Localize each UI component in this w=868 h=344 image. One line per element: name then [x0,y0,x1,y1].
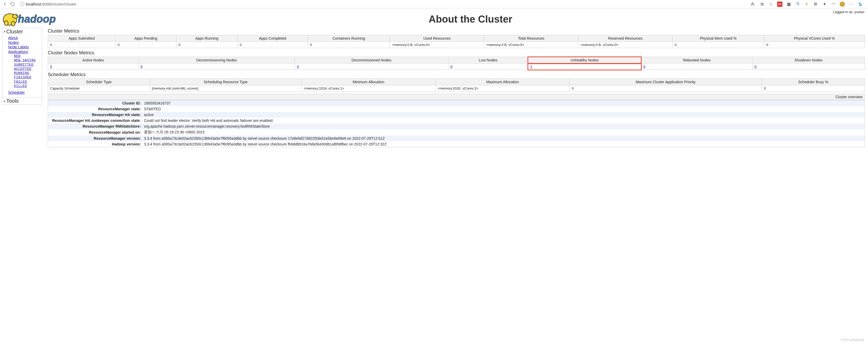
url-port: :8088 [41,2,51,6]
overview-value: active [143,112,865,118]
node-metrics-header: Decommissioning Nodes [138,57,294,64]
node-metrics-link[interactable]: 0 [141,65,143,68]
back-icon[interactable] [3,2,7,6]
collections-icon[interactable]: ✦ [822,2,827,7]
scheduler-metrics-cell: [memory-mb (unit=Mi), vcores] [150,85,302,92]
bing-icon[interactable]: ᕊ [858,2,863,7]
overview-value: 3.3.4 from a585a73c3e02ac62350c136643a5e… [143,135,865,141]
cookie-ext-icon[interactable] [840,2,845,7]
overview-row: Hadoop version:3.3.4 from a585a73c3e02ac… [48,141,865,147]
cluster-metrics-cell: 0 [48,42,116,48]
sidebar-cluster-label: Cluster [6,29,23,35]
cluster-metrics-header: Apps Pending [116,35,176,42]
node-metrics-link[interactable]: 0 [50,65,52,68]
node-metrics-link[interactable]: 0 [297,65,299,68]
cluster-metrics-cell: 0 [237,42,308,48]
scheduler-metrics-cell: <memory:1024, vCores:1> [302,85,435,92]
url-hostname: localhost [26,2,41,6]
node-metrics-header: Active Nodes [48,57,138,64]
cluster-metrics-header: Used Resources [390,35,484,42]
tree-ext-icon[interactable]: ⚘ [804,2,809,7]
qr-ext-icon[interactable]: ▦ [786,2,791,7]
sidebar-tools-header[interactable]: ▸Tools [2,97,42,104]
sidebar-state-accepted[interactable]: ACCEPTED [14,67,40,71]
scheduler-metrics-table: Scheduler TypeScheduling Resource TypeMi… [48,79,865,92]
svg-point-1 [4,21,8,26]
overview-row: ResourceManager HA zookeeper connection … [48,118,865,123]
sidebar-state-submitted[interactable]: SUBMITTED [14,63,40,67]
browser-toolbar: i localhost:8088/cluster/cluster A» ⧉ ☆ … [0,0,868,8]
sidebar-link-scheduler[interactable]: Scheduler [8,90,40,95]
chevron-right-icon: ▸ [4,99,5,102]
node-metrics-header: Unhealthy Nodes [528,57,641,64]
library-icon[interactable]: ⧉ [759,2,765,7]
svg-point-2 [11,21,15,26]
scheduler-metrics-header: Scheduler Busy % [762,79,865,85]
scheduler-metrics-title: Scheduler Metrics [48,72,865,77]
svg-point-4 [16,15,17,16]
scheduler-metrics-cell: <memory:8192, vCores:2> [436,85,569,92]
sidebar-link-nodes[interactable]: Nodes [8,40,40,45]
info-icon[interactable]: i [20,2,24,6]
overview-key: ResourceManager HA state: [48,112,143,118]
overview-key: Hadoop version: [48,141,143,147]
overview-value: org.apache.hadoop.yarn.server.resourcema… [143,123,865,129]
address-bar[interactable]: i localhost:8088/cluster/cluster [17,2,748,6]
sidebar-state-finished[interactable]: FINISHED [14,75,40,80]
overview-value: STARTED [143,106,865,112]
sidebar-state-new-saving[interactable]: NEW_SAVING [14,58,40,62]
cluster-metrics-cell: <memory:0 B, vCores:0> [578,42,673,48]
svg-text:hadoop: hadoop [18,13,56,25]
overview-key: ResourceManager version: [48,135,143,141]
cluster-metrics-cell: <memory:0 B, vCores:0> [390,42,484,48]
node-metrics-header: Shutdown Nodes [752,57,865,64]
node-metrics-link[interactable]: 0 [451,65,453,68]
cluster-metrics-header: Physical VCores Used % [764,35,865,42]
overview-row: ResourceManager RMStateStore:org.apache.… [48,123,865,129]
main-content: Cluster Metrics Apps SubmittedApps Pendi… [48,28,867,149]
refresh-icon[interactable] [10,2,15,6]
overview-row: ResourceManager state:STARTED [48,106,865,112]
node-metrics-cell: 0 [138,64,294,70]
node-metrics-link[interactable]: 0 [644,65,645,68]
node-metrics-link[interactable]: 1 [530,65,532,68]
node-metrics-header: Lost Nodes [448,57,528,64]
sidebar-state-new[interactable]: NEW [14,54,40,58]
page-header: hadoop About the Cluster Logged in as: y… [0,8,868,28]
cluster-metrics-header: Apps Submitted [48,35,116,42]
fb-ext-icon[interactable]: FB [777,2,782,7]
overview-row: Cluster ID:1685953416707 [48,100,865,106]
sidebar-tools-label: Tools [6,98,19,104]
sidebar-link-applications[interactable]: Applications [8,50,40,54]
ext-menu-icon[interactable]: ⚙ [813,2,818,7]
beaker-ext-icon[interactable]: ⚗ [795,2,800,7]
overview-key: Cluster ID: [48,100,143,106]
overview-key: ResourceManager HA zookeeper connection … [48,118,143,123]
sidebar-link-about[interactable]: About [8,36,40,40]
cluster-metrics-cell: 0 [176,42,237,48]
sidebar-state-failed[interactable]: FAILED [14,80,40,84]
overview-key: ResourceManager state: [48,106,143,112]
scheduler-metrics-cell: Capacity Scheduler [48,85,150,92]
sidebar-state-killed[interactable]: KILLED [14,84,40,88]
cluster-metrics-title: Cluster Metrics [48,28,865,34]
cluster-metrics-header: Containers Running [308,35,390,42]
more-icon[interactable]: ⋯ [848,2,854,7]
sidebar-app-states: NEW NEW_SAVING SUBMITTED ACCEPTED RUNNIN… [8,54,40,88]
scheduler-metrics-header: Scheduling Resource Type [150,79,302,85]
read-aloud-icon[interactable]: A» [750,2,756,7]
cluster-metrics-header: Physical Mem Used % [673,35,764,42]
scheduler-metrics-header: Scheduler Type [48,79,150,85]
sidebar-cluster-header[interactable]: ▾Cluster [2,28,42,35]
node-metrics-cell: 0 [752,64,865,70]
sidebar-link-node-labels[interactable]: Node Labels [8,45,40,50]
overview-key: ResourceManager started on: [48,129,143,135]
ruler-ext-icon[interactable]: 〰 [831,2,836,7]
cluster-metrics-header: Total Resources [484,35,579,42]
node-metrics-link[interactable]: 0 [754,65,756,68]
overview-value: 1685953416707 [143,100,865,106]
sidebar-state-running[interactable]: RUNNING [14,71,40,75]
favorite-icon[interactable]: ☆ [768,2,773,7]
hadoop-logo[interactable]: hadoop [2,10,71,28]
url-path: /cluster/cluster [51,2,77,6]
